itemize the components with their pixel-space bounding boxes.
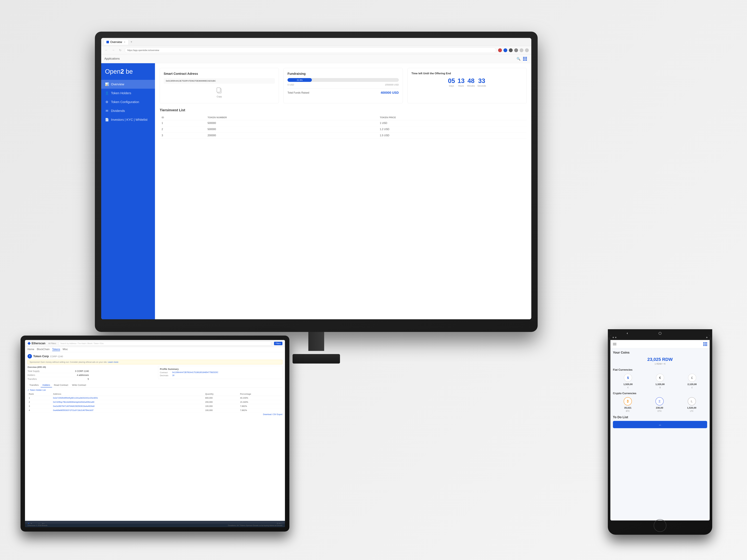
progress-end: 1550000 USD [385, 83, 399, 86]
token-header: T Token Corp CORP-1240 [27, 354, 282, 358]
ltc-icon: Ł [688, 397, 696, 405]
progress-labels: 0 USD 1550000 USD [287, 83, 398, 86]
grid-icon[interactable] [523, 57, 527, 61]
tiers-header-row: ID TOKEN NUMBER TOKEN PRICE [160, 115, 526, 120]
hamburger-menu-icon[interactable] [613, 343, 616, 345]
currency-euro: € 1,320,00 $ [655, 374, 665, 389]
address-4[interactable]: 0xa4b9eM055G63Y1F31s0Y18s31467f94x3c97 [52, 408, 204, 412]
copy-button[interactable]: Copy [164, 86, 275, 100]
monitor-stand-base [292, 354, 340, 364]
footer-bottom: Etherscan © 2018 Brands Donations: 0x7 T… [25, 524, 285, 527]
search-placeholder: Search by Address / Txn Hash / Block / T… [60, 342, 104, 345]
url-bar[interactable]: https://app.opentobe.io/overview [125, 48, 496, 53]
countdown-card: Time left Until the Offering End 05 Days… [408, 68, 526, 103]
sidebar-item-investors[interactable]: 📄 Investors | KYC | Whitelist [101, 115, 155, 124]
holders-list-label: ✓ Token Holder List [27, 389, 282, 391]
currency-dollar: $ 1,520,00 € [623, 374, 633, 389]
browser-titlebar: Overview × + [101, 38, 531, 46]
holder-row-1: 1 0x2e71550540f5445y8D11341a3bG52431cG5o… [27, 396, 282, 400]
address-3[interactable]: 0xe2a3907947148764b81560563619a4a46G6a9 [52, 404, 204, 408]
tab-close-btn[interactable]: × [123, 41, 126, 43]
ad-link[interactable]: Learn more [108, 361, 118, 363]
qty-1: 800,000 [204, 396, 239, 400]
svg-marker-2 [627, 332, 627, 334]
url-text: https://app.opentobe.io/overview [127, 49, 159, 52]
monitor-screen: Overview × + ← → ↻ https://app.opentobe.… [101, 38, 531, 319]
address-2[interactable]: 0xC3295qc79b14d46084e4qd2e00d2a405b1a69 [52, 400, 204, 404]
tablet-header: Etherscan All Filters Search by Address … [25, 340, 285, 347]
nav-misc[interactable]: Misc [62, 348, 68, 351]
sidebar-item-token-holders[interactable]: 👤 Token Holders [101, 89, 155, 98]
etherscan-logo: Etherscan [27, 342, 45, 345]
pct-3: 7.882% [239, 404, 282, 408]
nav-blockchain[interactable]: BlockChain [37, 348, 50, 351]
transfers-val: 5 [87, 378, 89, 380]
nav-home[interactable]: Home [27, 348, 34, 351]
filter-button[interactable]: Filters [274, 342, 282, 345]
tier-price-3: 1.5 USD [378, 132, 526, 139]
sidebar-label-token-config: Token Configuration [111, 100, 139, 104]
currency-ltc: Ł 1,520,00 LTC [687, 397, 696, 412]
tier-row-2: 2 500000 1.2 USD [160, 126, 526, 132]
footer-data: Donations: 0x7 Tokens Sponsor Donate us … [228, 525, 282, 526]
tablet-search-bar[interactable]: Search by Address / Txn Hash / Block / T… [59, 341, 271, 346]
toolbar-icon-4[interactable] [514, 48, 518, 52]
logo-2: 2 [121, 68, 124, 75]
rank-2: 2 [27, 400, 52, 404]
tab-transfers[interactable]: Transfers [27, 383, 41, 388]
token-holders-icon: 👤 [105, 91, 109, 95]
sidebar-item-dividends[interactable]: ✉ Dividends [101, 106, 155, 115]
decimals-val: 18 [172, 374, 174, 377]
sidebar-label-investors: Investors | KYC | Whitelist [111, 118, 147, 122]
search-area: Search by Address / Txn Hash / Block / T… [57, 341, 273, 346]
holder-row-3: 3 0xe2a3907947148764b81560563619a4a46G6a… [27, 404, 282, 408]
sidebar-label-overview: Overview [111, 82, 124, 86]
your-coins-title: Your Coins [613, 351, 707, 354]
browser-tab[interactable]: Overview × [104, 39, 129, 45]
nav-tokens[interactable]: Tokens [52, 348, 60, 351]
eth-icon: Ξ [655, 397, 664, 405]
tab-holders[interactable]: Holders [41, 383, 52, 388]
progress-bar: 21.9% [287, 78, 398, 82]
token-name: Token Corp [33, 355, 49, 358]
tab-write-contract[interactable]: Write Contract [70, 383, 88, 388]
battery-icon [706, 337, 707, 338]
profile-decimals: Decimals 18 [160, 374, 281, 377]
rank-4: 4 [27, 408, 52, 412]
app-topbar: Applications 🔍 [101, 54, 531, 63]
apps-grid-icon[interactable] [703, 342, 707, 346]
toolbar-icon-3[interactable] [509, 48, 513, 52]
dollar-amount: 1,520,00 [623, 383, 633, 385]
toolbar-icon-1[interactable] [498, 48, 502, 52]
tab-add-btn[interactable]: + [130, 40, 132, 44]
stats-grid: Total Supply 3 CORP-1240 Holders 4 addre… [27, 369, 153, 381]
token-logo: T [27, 354, 32, 358]
sidebar-menu: 📊 Overview 👤 Token Holders ⚙ Token Confi [101, 78, 155, 319]
copy-icon [216, 87, 222, 95]
download-csv[interactable]: Download: CSV Export [27, 413, 282, 416]
forward-btn[interactable]: → [111, 48, 116, 53]
address-1[interactable]: 0x2e71550540f5445y8D11341a3bG52431cG5o3D… [52, 396, 204, 400]
tab-read-contract[interactable]: Read Contract [52, 383, 70, 388]
transfers-label: Transfers [27, 378, 37, 380]
footer-copyright: Etherscan © 2018 Brands [27, 525, 47, 526]
hamburger-line-3 [613, 345, 616, 345]
toolbar-icon-5[interactable] [520, 48, 523, 52]
sidebar-item-token-config[interactable]: ⚙ Token Configuration [101, 98, 155, 106]
filter-label: All Filters [48, 342, 56, 345]
search-icon[interactable]: 🔍 [517, 57, 520, 61]
reload-btn[interactable]: ↻ [118, 48, 123, 53]
toolbar-icon-2[interactable] [504, 48, 507, 52]
dividends-icon: ✉ [105, 109, 109, 113]
sidebar-item-overview[interactable]: 📊 Overview [101, 80, 155, 89]
pct-2: 15.340% [239, 400, 282, 404]
currency-eth: Ξ 230,00 ETH [655, 397, 664, 412]
home-button[interactable] [654, 519, 666, 532]
coins-display: 23,025 RDW 1 RDW = € [613, 357, 707, 365]
logo-open: Open [105, 68, 121, 75]
todo-button[interactable]: ... [613, 421, 707, 428]
tiers-table: ID TOKEN NUMBER TOKEN PRICE 1 50 [160, 115, 526, 139]
toolbar-icon-6[interactable] [525, 48, 529, 52]
svg-point-3 [659, 332, 661, 335]
back-btn[interactable]: ← [104, 48, 109, 53]
